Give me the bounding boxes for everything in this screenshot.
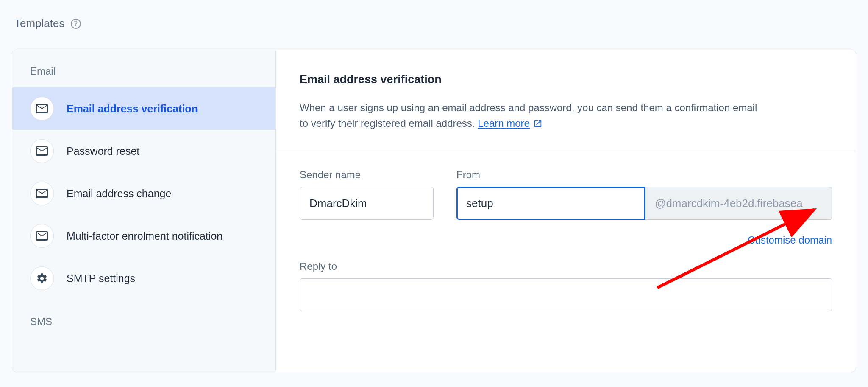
sidebar-item-label: Password reset <box>67 145 139 157</box>
sender-name-label: Sender name <box>300 169 434 181</box>
help-icon[interactable]: ? <box>71 19 81 29</box>
sidebar-section-email: Email <box>12 65 275 77</box>
sidebar-item-label: Email address verification <box>67 103 198 115</box>
mail-icon <box>30 139 54 163</box>
divider <box>276 150 856 150</box>
main-content: Email address verification When a user s… <box>276 50 856 372</box>
sidebar-item-label: Email address change <box>67 188 171 200</box>
sender-name-input[interactable] <box>300 187 434 220</box>
sidebar-item-smtp-settings[interactable]: SMTP settings <box>12 257 275 300</box>
sidebar-section-sms: SMS <box>12 316 275 328</box>
external-link-icon <box>533 119 542 128</box>
mail-icon <box>30 224 54 248</box>
customise-domain-link[interactable]: Customise domain <box>748 234 832 246</box>
sidebar-item-password-reset[interactable]: Password reset <box>12 130 275 172</box>
sidebar-item-mfa-notification[interactable]: Multi-factor enrolment notification <box>12 215 275 257</box>
sidebar-item-email-verification[interactable]: Email address verification <box>12 87 275 130</box>
sidebar-item-label: Multi-factor enrolment notification <box>67 230 223 242</box>
page-description: When a user signs up using an email addr… <box>300 100 832 131</box>
from-domain-suffix: @dmarcdkim-4eb2d.firebasea <box>645 187 832 220</box>
reply-to-label: Reply to <box>300 261 832 272</box>
reply-to-input[interactable] <box>300 278 832 311</box>
sidebar-item-label: SMTP settings <box>67 272 135 285</box>
sidebar-item-email-change[interactable]: Email address change <box>12 172 275 215</box>
mail-icon <box>30 182 54 205</box>
sidebar: Email Email address verification Passwor… <box>12 50 276 372</box>
from-label: From <box>456 169 832 181</box>
templates-panel: Email Email address verification Passwor… <box>12 50 856 372</box>
learn-more-link[interactable]: Learn more <box>478 115 542 131</box>
templates-header: Templates ? <box>12 17 856 30</box>
mail-icon <box>30 97 54 121</box>
page-title: Email address verification <box>300 73 832 86</box>
templates-title: Templates <box>14 17 65 30</box>
gear-icon <box>30 266 54 290</box>
from-input[interactable] <box>456 187 645 220</box>
